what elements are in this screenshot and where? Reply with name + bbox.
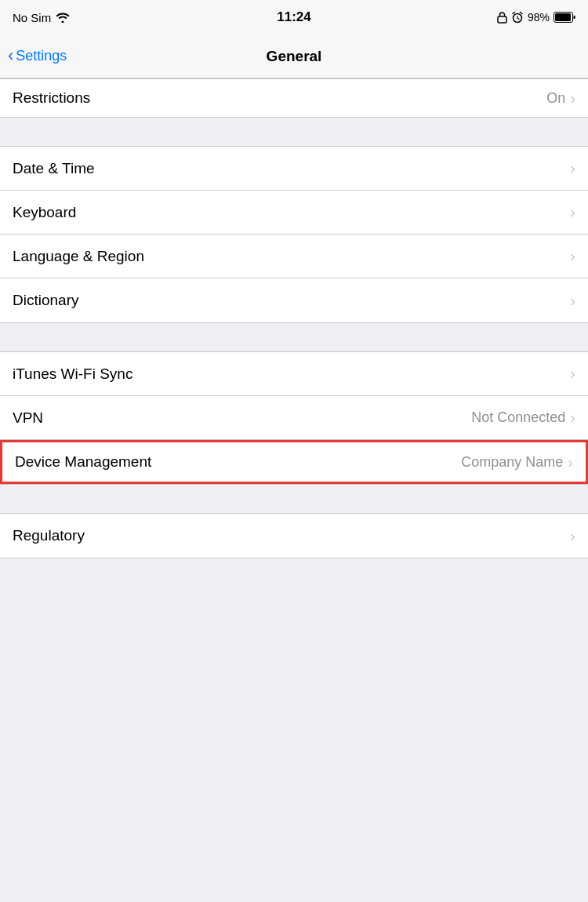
row-label-language-region: Language & Region	[13, 248, 144, 265]
row-right-restrictions: On ›	[546, 89, 575, 107]
list-item-device-management[interactable]: Device Management Company Name ›	[0, 440, 588, 484]
row-right-dictionary: ›	[570, 292, 575, 310]
section-gap-2	[0, 323, 588, 351]
svg-rect-0	[498, 16, 506, 23]
row-label-device-management: Device Management	[15, 453, 151, 471]
row-label-vpn: VPN	[13, 409, 43, 427]
svg-rect-3	[555, 13, 571, 21]
status-left: No Sim	[13, 11, 70, 24]
row-right-date-time: ›	[570, 159, 575, 177]
bottom-gap	[0, 558, 588, 715]
list-item-language-region[interactable]: Language & Region ›	[0, 235, 588, 278]
row-right-vpn: Not Connected ›	[471, 409, 575, 427]
row-label-keyboard: Keyboard	[13, 204, 76, 221]
list-item-itunes-wifi-sync[interactable]: iTunes Wi-Fi Sync ›	[0, 352, 588, 396]
row-label-regulatory: Regulatory	[13, 527, 85, 544]
settings-group-date-keyboard: Date & Time › Keyboard › Language & Regi…	[0, 146, 588, 323]
list-item-dictionary[interactable]: Dictionary ›	[0, 278, 588, 322]
chevron-icon-regulatory: ›	[570, 527, 575, 545]
status-right: 98%	[497, 11, 575, 24]
row-right-itunes-wifi: ›	[570, 365, 575, 383]
row-value-restrictions: On	[546, 90, 565, 107]
battery-percentage: 98%	[528, 11, 550, 24]
row-value-vpn: Not Connected	[471, 409, 565, 426]
chevron-icon-itunes-wifi: ›	[570, 365, 575, 383]
list-item-keyboard[interactable]: Keyboard ›	[0, 191, 588, 235]
section-gap-1	[0, 118, 588, 146]
alarm-icon	[511, 11, 524, 24]
chevron-icon-dictionary: ›	[570, 292, 575, 310]
list-item-regulatory[interactable]: Regulatory ›	[0, 514, 588, 558]
page-title: General	[267, 48, 322, 65]
nav-bar: ‹ Settings General	[0, 35, 588, 78]
chevron-icon-language-region: ›	[570, 247, 575, 265]
row-value-device-management: Company Name	[461, 454, 563, 471]
back-button[interactable]: ‹ Settings	[8, 48, 67, 64]
carrier-label: No Sim	[13, 11, 51, 24]
list-item-restrictions[interactable]: Restrictions On ›	[0, 78, 588, 118]
battery-icon	[554, 12, 575, 23]
chevron-icon-keyboard: ›	[570, 203, 575, 221]
lock-icon	[497, 11, 507, 24]
chevron-icon-device-management: ›	[568, 453, 573, 471]
status-bar: No Sim 11:24 98%	[0, 0, 588, 35]
row-right-device-management: Company Name ›	[461, 453, 573, 471]
settings-group-itunes-vpn: iTunes Wi-Fi Sync › VPN Not Connected › …	[0, 351, 588, 485]
chevron-icon-date-time: ›	[570, 159, 575, 177]
row-label-itunes-wifi: iTunes Wi-Fi Sync	[13, 366, 132, 383]
back-label: Settings	[16, 48, 67, 64]
back-chevron-icon: ‹	[8, 47, 13, 64]
list-item-date-time[interactable]: Date & Time ›	[0, 147, 588, 191]
wifi-icon	[56, 12, 70, 23]
chevron-icon-vpn: ›	[570, 409, 575, 427]
row-label-restrictions: Restrictions	[13, 89, 90, 107]
row-right-keyboard: ›	[570, 203, 575, 221]
row-right-language-region: ›	[570, 247, 575, 265]
section-gap-3	[0, 485, 588, 513]
status-time: 11:24	[277, 9, 310, 25]
chevron-icon-restrictions: ›	[570, 89, 575, 107]
row-right-regulatory: ›	[570, 527, 575, 545]
settings-group-regulatory: Regulatory ›	[0, 513, 588, 558]
list-item-vpn[interactable]: VPN Not Connected ›	[0, 396, 588, 440]
row-label-date-time: Date & Time	[13, 160, 95, 177]
row-label-dictionary: Dictionary	[13, 292, 78, 309]
